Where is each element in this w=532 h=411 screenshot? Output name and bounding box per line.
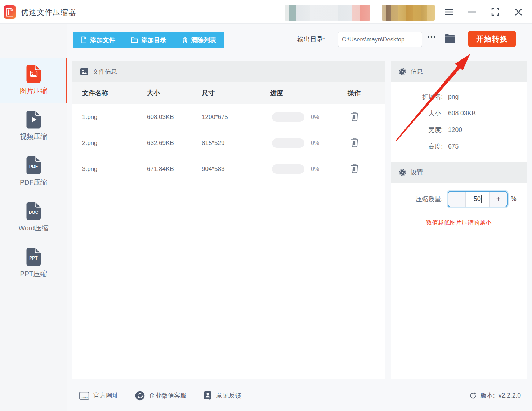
table-row: 1.png 608.03KB 1200*675 0%: [72, 104, 385, 130]
quality-hint-text: 数值越低图片压缩的越小: [391, 219, 527, 227]
cell-filename: 1.png: [82, 114, 147, 121]
quality-label: 压缩质量:: [391, 195, 443, 203]
svg-text:PDF: PDF: [29, 164, 38, 169]
quality-increase-button[interactable]: +: [489, 192, 507, 207]
clear-list-label: 清除列表: [191, 36, 216, 44]
sidebar-item-image-compress[interactable]: 图片压缩: [0, 58, 67, 103]
info-row: 宽度: 1200: [391, 121, 527, 138]
trash-icon: [350, 112, 359, 121]
info-label: 扩展名:: [391, 92, 443, 101]
quality-value: 50: [474, 195, 481, 203]
sidebar-item-label: 图片压缩: [20, 86, 47, 96]
footer-bar: .com 官方网址 企业微信客服 意见反馈: [67, 380, 532, 411]
col-dimensions: 尺寸: [202, 89, 270, 97]
file-actions-group: 添加文件 添加目录 清除列表: [73, 32, 224, 48]
window-title: 优速文件压缩器: [21, 7, 76, 17]
video-file-icon: [25, 110, 42, 129]
image-file-icon: [25, 64, 42, 83]
info-label: 高度:: [391, 142, 443, 151]
info-label: 大小:: [391, 109, 443, 118]
info-value: png: [448, 93, 459, 101]
close-icon[interactable]: [513, 7, 523, 17]
info-value: 608.03KB: [448, 110, 476, 117]
sidebar-item-video-compress[interactable]: 视频压缩: [0, 103, 67, 149]
text-caret: [481, 195, 482, 203]
percent-sign: %: [511, 195, 517, 203]
info-row: 扩展名: png: [391, 88, 527, 105]
delete-file-button[interactable]: [350, 137, 359, 148]
folder-icon: [131, 37, 138, 43]
sidebar: 图片压缩 视频压缩 PDF PDF压缩 DOC Word压缩 PPT: [0, 24, 67, 411]
cell-progress: 0%: [270, 138, 348, 148]
table-row: 3.png 671.84KB 904*583 0%: [72, 156, 385, 182]
info-row: 大小: 608.03KB: [391, 105, 527, 121]
col-actions: 操作: [348, 89, 385, 97]
add-file-button[interactable]: 添加文件: [73, 32, 123, 48]
col-filename: 文件名称: [82, 89, 147, 97]
cell-progress: 0%: [270, 112, 348, 122]
info-value: 1200: [448, 126, 462, 134]
feedback-link[interactable]: 意见反馈: [203, 391, 241, 400]
feedback-icon: [203, 391, 212, 400]
cell-filename: 2.png: [82, 140, 147, 147]
menu-icon[interactable]: [444, 7, 454, 17]
doc-file-icon: DOC: [25, 202, 42, 220]
clear-list-button[interactable]: 清除列表: [174, 32, 224, 48]
official-website-label: 官方网址: [93, 391, 119, 400]
delete-file-button[interactable]: [350, 163, 359, 174]
sidebar-item-ppt-compress[interactable]: PPT PPT压缩: [0, 241, 67, 287]
window-controls: [444, 0, 523, 24]
progress-bar: [272, 138, 304, 148]
maximize-icon[interactable]: [490, 7, 500, 17]
delete-file-button[interactable]: [350, 111, 359, 122]
col-progress: 进度: [270, 89, 348, 97]
app-logo-icon: [4, 5, 16, 19]
file-panel-header: 文件信息: [72, 61, 385, 82]
start-convert-button[interactable]: 开始转换: [468, 31, 516, 47]
open-output-folder-icon[interactable]: [444, 34, 456, 44]
wechat-service-label: 企业微信客服: [149, 391, 187, 400]
settings-panel-title: 设置: [411, 168, 423, 177]
quality-input[interactable]: 50: [466, 192, 489, 207]
redacted-area-right: [382, 5, 435, 21]
file-info-panel: 文件信息 文件名称 大小 尺寸 进度 操作 1.png 608.03KB 120…: [72, 61, 385, 379]
pdf-file-icon: PDF: [25, 156, 42, 174]
svg-text:PPT: PPT: [29, 256, 38, 261]
picture-icon: [80, 67, 88, 76]
progress-bar: [272, 112, 304, 122]
cell-size: 608.03KB: [147, 114, 202, 121]
sidebar-item-word-compress[interactable]: DOC Word压缩: [0, 195, 67, 241]
version-number: v2.2.2.0: [499, 392, 521, 399]
refresh-icon[interactable]: [469, 392, 477, 399]
info-row: 高度: 675: [391, 138, 527, 155]
progress-text: 0%: [311, 166, 319, 172]
quality-row: 压缩质量: − 50 + %: [391, 191, 527, 207]
minimize-icon[interactable]: [467, 7, 477, 17]
cell-dimensions: 904*583: [202, 165, 270, 173]
browse-dots-button[interactable]: •••: [428, 34, 437, 40]
title-bar: 优速文件压缩器: [0, 0, 532, 24]
quality-decrease-button[interactable]: −: [448, 192, 466, 207]
cell-size: 632.69KB: [147, 140, 202, 147]
version-info: 版本: v2.2.2.0: [469, 391, 521, 400]
table-header: 文件名称 大小 尺寸 进度 操作: [72, 82, 385, 104]
website-icon: .com: [79, 392, 89, 400]
info-value: 675: [448, 143, 459, 150]
cell-size: 671.84KB: [147, 165, 202, 173]
sidebar-item-label: PPT压缩: [20, 269, 47, 279]
info-panel-header: 信息: [391, 61, 527, 82]
settings-panel-header: 设置: [391, 162, 527, 183]
version-label: 版本:: [480, 391, 495, 400]
settings-body: 压缩质量: − 50 + % 数值越低图片压缩的越小: [391, 183, 527, 227]
trash-icon: [350, 164, 359, 173]
output-dir-input[interactable]: [338, 32, 422, 47]
wechat-service-link[interactable]: 企业微信客服: [135, 391, 187, 401]
official-website-link[interactable]: .com 官方网址: [79, 391, 119, 400]
add-directory-button[interactable]: 添加目录: [123, 32, 174, 48]
svg-text:.com: .com: [81, 395, 88, 399]
sidebar-item-label: PDF压缩: [20, 178, 47, 187]
sidebar-item-pdf-compress[interactable]: PDF PDF压缩: [0, 149, 67, 195]
output-dir-label: 输出目录:: [297, 35, 325, 44]
sidebar-item-label: Word压缩: [18, 224, 48, 233]
info-label: 宽度:: [391, 125, 443, 134]
